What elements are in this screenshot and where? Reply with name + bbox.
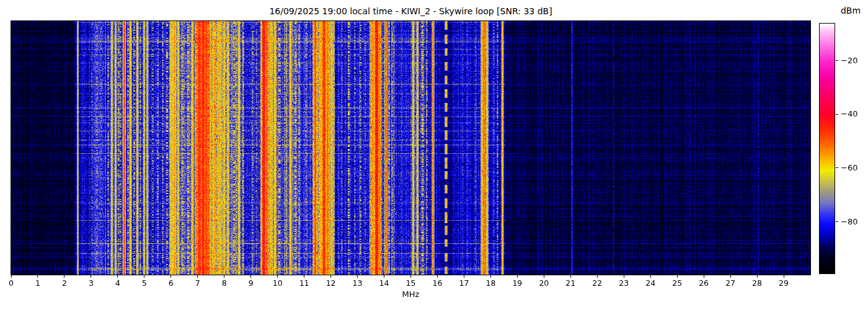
x-tick-mark <box>91 275 91 278</box>
x-tick-label: 3 <box>80 278 102 288</box>
colorbar-tick-mark <box>836 221 838 222</box>
x-tick-mark <box>144 275 144 278</box>
x-tick-mark <box>597 275 598 278</box>
x-tick-mark <box>784 275 784 278</box>
x-tick-mark <box>650 275 651 278</box>
x-tick-mark <box>357 275 358 278</box>
spectrogram-canvas <box>11 21 810 275</box>
x-tick-label: 27 <box>719 278 742 288</box>
colorbar-tick-mark <box>836 114 838 115</box>
x-tick-mark <box>730 275 731 278</box>
x-tick-mark <box>437 275 438 278</box>
x-tick-label: 21 <box>559 278 582 288</box>
colorbar <box>819 23 835 274</box>
x-tick-mark <box>464 275 464 278</box>
colorbar-tick-mark <box>836 167 838 168</box>
x-tick-label: 22 <box>586 278 608 288</box>
x-tick-label: 29 <box>773 278 795 288</box>
x-tick-mark <box>757 275 758 278</box>
x-tick-label: 25 <box>666 278 688 288</box>
colorbar-tick-label: −40 <box>841 109 866 118</box>
x-tick-mark <box>544 275 544 278</box>
x-tick-label: 26 <box>693 278 715 288</box>
plot-title: 16/09/2025 19:00 local time - KIWI_2 - S… <box>11 6 810 16</box>
x-tick-mark <box>304 275 304 278</box>
x-tick-label: 2 <box>53 278 76 288</box>
x-tick-label: 23 <box>613 278 635 288</box>
x-tick-mark <box>624 275 624 278</box>
x-tick-label: 28 <box>746 278 768 288</box>
x-tick-label: 7 <box>187 278 209 288</box>
x-tick-mark <box>410 275 411 278</box>
colorbar-tick-label: −60 <box>841 163 866 172</box>
x-tick-label: 24 <box>639 278 662 288</box>
x-tick-label: 11 <box>293 278 316 288</box>
x-tick-mark <box>64 275 64 278</box>
spectrogram-figure: 16/09/2025 19:00 local time - KIWI_2 - S… <box>0 0 868 310</box>
x-tick-mark <box>224 275 224 278</box>
x-tick-mark <box>677 275 678 278</box>
x-tick-mark <box>277 275 278 278</box>
x-tick-mark <box>117 275 118 278</box>
x-tick-label: 5 <box>133 278 156 288</box>
colorbar-tick-label: −80 <box>841 217 866 226</box>
x-tick-label: 16 <box>426 278 448 288</box>
x-tick-mark <box>11 275 12 278</box>
x-tick-label: 6 <box>160 278 182 288</box>
colorbar-unit-label: dBm <box>836 6 866 16</box>
x-tick-mark <box>490 275 491 278</box>
x-tick-mark <box>704 275 704 278</box>
x-tick-label: 13 <box>347 278 369 288</box>
x-axis-label: MHz <box>11 290 810 299</box>
colorbar-tick-label: −20 <box>841 56 866 65</box>
x-tick-mark <box>170 275 171 278</box>
x-tick-mark <box>250 275 251 278</box>
x-tick-label: 4 <box>107 278 129 288</box>
x-tick-label: 20 <box>533 278 555 288</box>
colorbar-canvas <box>820 24 835 273</box>
x-tick-label: 8 <box>213 278 236 288</box>
x-tick-mark <box>330 275 331 278</box>
x-tick-label: 15 <box>400 278 422 288</box>
x-tick-label: 14 <box>373 278 396 288</box>
x-tick-mark <box>37 275 38 278</box>
x-tick-label: 19 <box>506 278 528 288</box>
x-tick-label: 18 <box>479 278 502 288</box>
x-tick-label: 0 <box>0 278 22 288</box>
x-tick-label: 10 <box>267 278 289 288</box>
x-tick-label: 9 <box>240 278 262 288</box>
x-tick-label: 1 <box>27 278 49 288</box>
x-tick-mark <box>570 275 571 278</box>
colorbar-tick-mark <box>836 60 838 61</box>
x-tick-label: 12 <box>320 278 342 288</box>
x-tick-mark <box>197 275 198 278</box>
x-tick-mark <box>384 275 384 278</box>
x-tick-label: 17 <box>453 278 475 288</box>
x-tick-mark <box>517 275 518 278</box>
